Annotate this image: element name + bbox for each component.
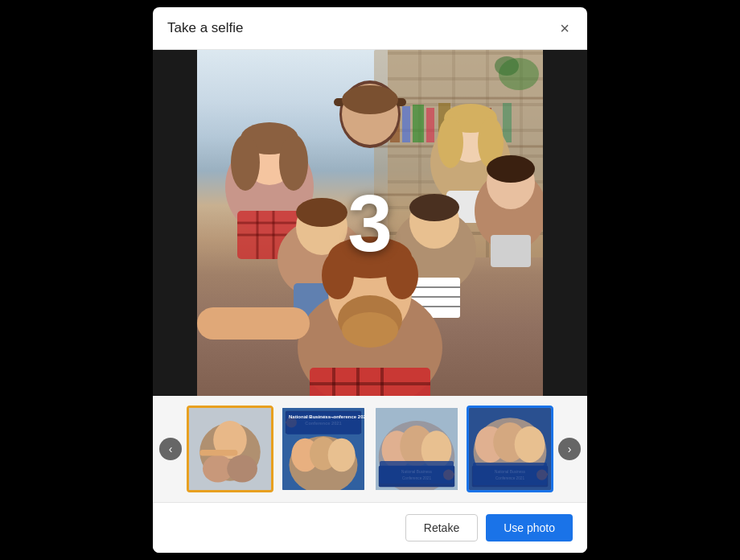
svg-point-13 <box>495 56 519 76</box>
svg-point-83 <box>421 430 452 468</box>
svg-rect-71 <box>286 411 361 434</box>
countdown-display: 3 <box>347 183 393 263</box>
close-button[interactable]: × <box>557 19 573 38</box>
overlay: Take a selfie × <box>0 0 740 560</box>
svg-text:Conference 2021: Conference 2021 <box>305 421 341 426</box>
dialog-footer: Retake Use photo <box>153 502 587 553</box>
svg-text:Conference 2021: Conference 2021 <box>495 476 525 480</box>
svg-point-49 <box>342 312 398 348</box>
svg-rect-63 <box>491 235 531 267</box>
thumbnail-3[interactable]: National Business Conference 2021 <box>373 406 460 492</box>
svg-rect-84 <box>379 466 454 487</box>
svg-rect-7 <box>426 108 434 142</box>
svg-rect-5 <box>402 106 410 142</box>
svg-point-78 <box>328 439 356 472</box>
svg-rect-59 <box>197 307 310 340</box>
thumb-image-1 <box>189 408 271 490</box>
camera-area: 3 <box>153 50 587 396</box>
thumb-image-3: National Business Conference 2021 <box>376 408 458 490</box>
retake-button[interactable]: Retake <box>405 514 478 541</box>
dialog-header: Take a selfie × <box>153 7 587 50</box>
svg-point-74 <box>286 417 297 427</box>
thumb-svg-1 <box>189 408 271 490</box>
svg-point-92 <box>515 426 545 463</box>
svg-text:Conference 2021: Conference 2021 <box>402 476 432 480</box>
svg-point-18 <box>279 134 308 191</box>
svg-rect-6 <box>413 105 424 142</box>
side-panel-left <box>153 50 197 396</box>
svg-rect-53 <box>310 368 430 396</box>
selfie-dialog: Take a selfie × <box>153 7 587 553</box>
thumbnail-2[interactable]: National Business Conference 2021 <box>280 406 367 492</box>
thumb-image-2: National Business Conference 2021 <box>282 408 364 490</box>
thumbnail-scroll: National Business Conference 2021 <box>185 406 555 492</box>
svg-rect-69 <box>199 450 237 456</box>
svg-point-32 <box>438 117 463 168</box>
svg-text:National Business: National Business <box>495 470 525 474</box>
svg-text:National Business: National Business <box>401 470 432 474</box>
photo-frame: 3 <box>197 50 543 396</box>
use-photo-button[interactable]: Use photo <box>486 514 573 541</box>
thumbnail-1[interactable] <box>187 406 273 492</box>
svg-point-28 <box>342 85 398 114</box>
svg-point-96 <box>536 470 547 480</box>
dialog-title: Take a selfie <box>167 20 244 36</box>
thumb-svg-4: National Business Conference 2021 <box>469 408 551 490</box>
side-panel-right <box>543 50 587 396</box>
thumb-svg-2: National Business Conference 2021 <box>282 408 364 490</box>
prev-thumbnail-button[interactable]: ‹ <box>159 438 182 460</box>
svg-rect-11 <box>503 103 512 142</box>
svg-point-37 <box>296 198 347 227</box>
svg-point-62 <box>487 155 535 183</box>
next-thumbnail-button[interactable]: › <box>558 438 581 460</box>
thumbnail-4[interactable]: National Business Conference 2021 <box>467 406 553 492</box>
svg-point-41 <box>409 194 459 221</box>
svg-point-68 <box>227 455 257 483</box>
thumbnail-strip: ‹ <box>153 396 587 502</box>
svg-point-87 <box>443 470 454 480</box>
thumb-image-4: National Business Conference 2021 <box>469 408 551 490</box>
svg-rect-93 <box>472 466 548 487</box>
thumb-svg-3: National Business Conference 2021 <box>376 408 458 490</box>
svg-point-17 <box>231 134 260 191</box>
svg-text:National Business: National Business <box>303 414 343 419</box>
